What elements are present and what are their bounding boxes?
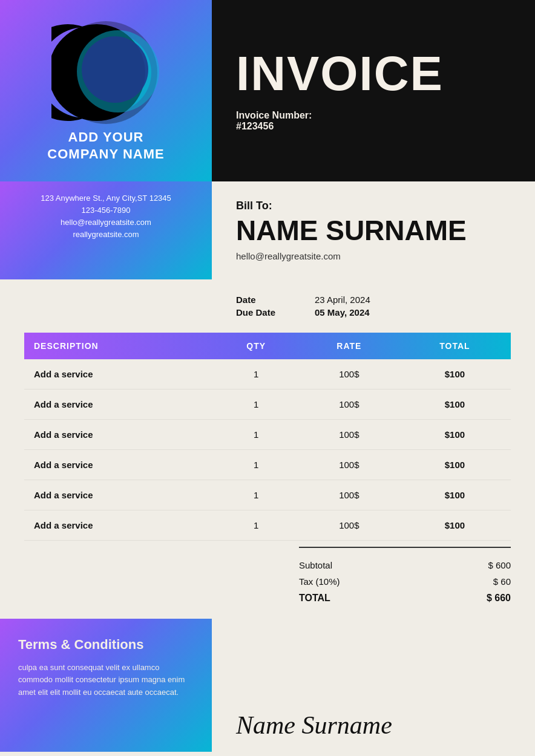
- header: ADD YOUR COMPANY NAME INVOICE Invoice Nu…: [0, 0, 535, 181]
- header-right: INVOICE Invoice Number: #123456: [212, 0, 535, 181]
- bill-to-label: Bill To:: [236, 200, 511, 212]
- row-rate: 100$: [300, 449, 399, 480]
- invoice-title: INVOICE: [236, 50, 511, 98]
- row-total: $100: [399, 510, 511, 540]
- contact-website: reallygreatsite.com: [73, 230, 139, 239]
- table-row: Add a service 1 100$ $100: [24, 449, 511, 480]
- row-qty: 1: [213, 449, 300, 480]
- col-description: DESCRIPTION: [24, 333, 213, 359]
- terms-title: Terms & Conditions: [18, 637, 194, 653]
- table-row: Add a service 1 100$ $100: [24, 419, 511, 449]
- total-label: TOTAL: [299, 593, 330, 604]
- footer-left: Terms & Conditions culpa ea sunt consequ…: [0, 619, 212, 752]
- row-description: Add a service: [24, 359, 213, 389]
- invoice-table-section: DESCRIPTION QTY RATE TOTAL Add a service…: [0, 333, 535, 541]
- tax-label: Tax (10%): [299, 576, 340, 587]
- row-description: Add a service: [24, 419, 213, 449]
- totals-section: Subtotal $ 600 Tax (10%) $ 60 TOTAL $ 66…: [0, 541, 535, 619]
- client-email: hello@reallygreatsite.com: [236, 251, 511, 261]
- table-row: Add a service 1 100$ $100: [24, 480, 511, 510]
- company-name: ADD YOUR COMPANY NAME: [47, 129, 164, 163]
- dates-section: Date 23 April, 2024 Due Date 05 May, 202…: [0, 279, 535, 333]
- row-rate: 100$: [300, 480, 399, 510]
- contact-phone: 123-456-7890: [82, 206, 131, 215]
- row-qty: 1: [213, 359, 300, 389]
- row-rate: 100$: [300, 419, 399, 449]
- terms-text: culpa ea sunt consequat velit ex ullamco…: [18, 662, 194, 699]
- row-qty: 1: [213, 480, 300, 510]
- col-rate: RATE: [300, 333, 399, 359]
- subtotal-value: $ 600: [488, 560, 511, 570]
- bill-to-content: Bill To: NAME SURNAME hello@reallygreats…: [212, 181, 535, 279]
- logo-area: [45, 12, 166, 133]
- totals-divider: [299, 547, 511, 548]
- date-row: Date 23 April, 2024: [236, 295, 511, 305]
- row-description: Add a service: [24, 389, 213, 419]
- client-name: NAME SURNAME: [236, 215, 511, 246]
- invoice-table: DESCRIPTION QTY RATE TOTAL Add a service…: [24, 333, 511, 541]
- total-row: TOTAL $ 660: [299, 590, 511, 607]
- row-total: $100: [399, 449, 511, 480]
- table-row: Add a service 1 100$ $100: [24, 389, 511, 419]
- table-header-row: DESCRIPTION QTY RATE TOTAL: [24, 333, 511, 359]
- col-qty: QTY: [213, 333, 300, 359]
- totals-table: Subtotal $ 600 Tax (10%) $ 60 TOTAL $ 66…: [299, 547, 511, 607]
- subtotal-label: Subtotal: [299, 560, 332, 570]
- invoice-number-value: #123456: [236, 121, 511, 132]
- col-total: TOTAL: [399, 333, 511, 359]
- date-value: 23 April, 2024: [315, 295, 370, 305]
- subtotal-row: Subtotal $ 600: [299, 557, 511, 573]
- footer: Terms & Conditions culpa ea sunt consequ…: [0, 619, 535, 752]
- row-total: $100: [399, 480, 511, 510]
- company-contact: 123 Anywhere St., Any City,ST 12345 123-…: [0, 181, 212, 279]
- row-description: Add a service: [24, 510, 213, 540]
- date-label: Date: [236, 295, 297, 305]
- row-total: $100: [399, 359, 511, 389]
- row-rate: 100$: [300, 510, 399, 540]
- due-date-label: Due Date: [236, 307, 297, 318]
- table-row: Add a service 1 100$ $100: [24, 510, 511, 540]
- due-date-row: Due Date 05 May, 2024: [236, 307, 511, 318]
- total-value: $ 660: [487, 593, 511, 604]
- svg-point-6: [82, 36, 148, 103]
- table-row: Add a service 1 100$ $100: [24, 359, 511, 389]
- moon-icon: [51, 18, 160, 127]
- row-total: $100: [399, 419, 511, 449]
- due-date-value: 05 May, 2024: [315, 307, 370, 318]
- contact-email: hello@reallygreatsite.com: [61, 218, 151, 227]
- contact-address: 123 Anywhere St., Any City,ST 12345: [41, 194, 171, 203]
- row-qty: 1: [213, 389, 300, 419]
- row-description: Add a service: [24, 449, 213, 480]
- invoice-number-label: Invoice Number:: [236, 110, 511, 121]
- footer-right: Name Surname: [212, 619, 535, 752]
- row-description: Add a service: [24, 480, 213, 510]
- header-left: ADD YOUR COMPANY NAME: [0, 0, 212, 181]
- row-rate: 100$: [300, 389, 399, 419]
- row-qty: 1: [213, 510, 300, 540]
- tax-row: Tax (10%) $ 60: [299, 573, 511, 590]
- row-qty: 1: [213, 419, 300, 449]
- signature: Name Surname: [236, 711, 392, 740]
- row-rate: 100$: [300, 359, 399, 389]
- row-total: $100: [399, 389, 511, 419]
- bill-to-section: 123 Anywhere St., Any City,ST 12345 123-…: [0, 181, 535, 279]
- tax-value: $ 60: [493, 576, 511, 587]
